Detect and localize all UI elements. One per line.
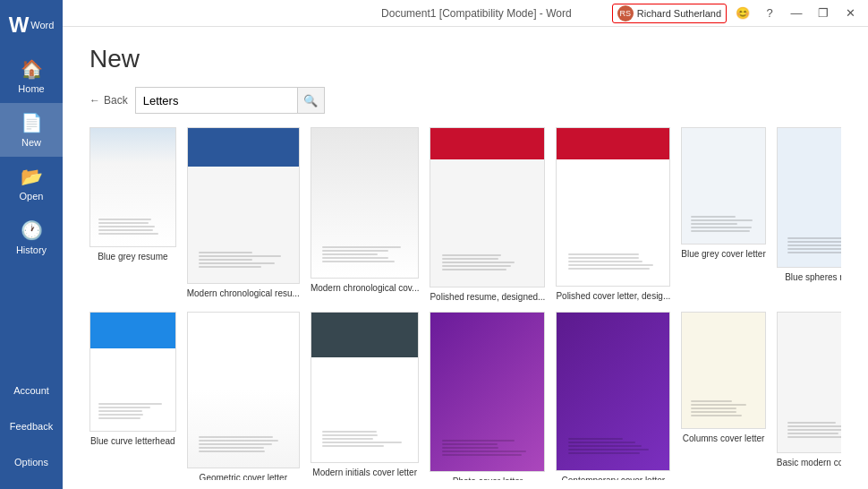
templates-area: Blue grey resumeModern chronological res… — [89, 127, 841, 480]
sidebar: W Word 🏠 Home 📄 New 📂 Open 🕐 History Acc… — [0, 0, 63, 489]
template-item[interactable]: Blue grey cover letter — [681, 127, 766, 303]
template-name-label: Modern initials cover letter — [311, 467, 420, 478]
sidebar-item-history[interactable]: 🕐 History — [0, 210, 63, 264]
template-name-label: Blue grey resume — [89, 251, 176, 262]
template-thumbnail — [556, 312, 670, 471]
close-button[interactable]: ✕ — [839, 3, 861, 24]
template-thumbnail — [187, 312, 300, 468]
app-name-label: Word — [30, 20, 54, 30]
template-name-label: Modern chronological resu... — [187, 287, 300, 299]
help-button[interactable]: ? — [759, 3, 780, 24]
template-item[interactable]: Polished resume, designed... — [430, 127, 545, 303]
sidebar-item-new[interactable]: 📄 New — [0, 103, 63, 157]
avatar: RS — [617, 5, 634, 21]
template-thumbnail — [89, 127, 176, 247]
template-thumbnail — [681, 312, 766, 429]
template-name-label: Blue spheres resume — [777, 271, 841, 283]
template-item[interactable]: Geometric cover letter — [187, 312, 300, 480]
sidebar-home-label: Home — [18, 83, 44, 94]
sidebar-item-home[interactable]: 🏠 Home — [0, 49, 63, 103]
search-input[interactable] — [136, 90, 297, 111]
template-item[interactable]: Blue grey resume — [89, 127, 176, 303]
template-item[interactable]: Modern chronological resu... — [187, 127, 300, 303]
templates-grid: Blue grey resumeModern chronological res… — [89, 127, 837, 480]
content-area: New ← Back 🔍 Blue grey resumeModern chro… — [63, 27, 868, 489]
back-label: Back — [104, 94, 128, 107]
template-name-label: Blue curve letterhead — [89, 435, 176, 447]
template-item[interactable]: Contemporary cover letter — [556, 312, 670, 480]
template-item[interactable]: Blue curve letterhead — [89, 312, 176, 480]
maximize-button[interactable]: ❐ — [813, 3, 834, 24]
sidebar-open-label: Open — [20, 191, 44, 202]
template-thumbnail — [430, 127, 545, 287]
template-item[interactable]: Blue spheres resume — [777, 127, 841, 303]
template-item[interactable]: Columns cover letter — [681, 312, 766, 480]
template-name-label: Geometric cover letter — [187, 472, 300, 480]
template-item[interactable]: Modern chronological cov... — [311, 127, 420, 303]
history-icon: 🕐 — [21, 219, 43, 241]
titlebar: Document1 [Compatibility Mode] - Word RS… — [63, 0, 868, 27]
new-icon: 📄 — [21, 112, 43, 133]
template-name-label: Contemporary cover letter — [556, 475, 670, 480]
window-title: Document1 [Compatibility Mode] - Word — [341, 7, 612, 20]
template-name-label: Polished resume, designed... — [430, 291, 545, 303]
account-label: Account — [13, 385, 49, 396]
template-thumbnail — [187, 127, 300, 284]
sidebar-bottom: Account Feedback Options — [0, 373, 63, 489]
open-icon: 📂 — [21, 166, 43, 187]
search-input-wrap: 🔍 — [135, 87, 325, 114]
back-arrow-icon: ← — [89, 94, 100, 107]
template-thumbnail — [311, 127, 420, 279]
username-label: Richard Sutherland — [637, 8, 721, 19]
template-thumbnail — [556, 127, 670, 287]
sidebar-item-open[interactable]: 📂 Open — [0, 157, 63, 210]
template-name-label: Blue grey cover letter — [681, 248, 766, 260]
sidebar-item-feedback[interactable]: Feedback — [0, 408, 63, 444]
back-button[interactable]: ← Back — [89, 94, 128, 107]
template-item[interactable]: Basic modern cover letter — [777, 312, 841, 480]
template-name-label: Modern chronological cov... — [311, 282, 420, 294]
emoji-reaction-button[interactable]: 😊 — [732, 3, 753, 24]
template-thumbnail — [89, 312, 176, 432]
home-icon: 🏠 — [21, 58, 43, 80]
template-item[interactable]: Modern initials cover letter — [311, 312, 420, 480]
template-thumbnail — [777, 127, 841, 268]
template-name-label: Photo cover letter — [430, 476, 545, 480]
minimize-button[interactable]: — — [786, 3, 807, 24]
user-badge[interactable]: RS Richard Sutherland — [612, 4, 727, 23]
template-item[interactable]: Polished cover letter, desig... — [556, 127, 670, 303]
options-label: Options — [14, 457, 48, 468]
template-thumbnail — [681, 127, 766, 244]
search-area: ← Back 🔍 — [89, 87, 841, 114]
template-thumbnail — [311, 312, 420, 463]
template-item[interactable]: Photo cover letter — [430, 312, 545, 480]
titlebar-controls: RS Richard Sutherland 😊 ? — ❐ ✕ — [612, 3, 861, 24]
search-button[interactable]: 🔍 — [297, 88, 324, 113]
sidebar-item-options[interactable]: Options — [0, 444, 63, 480]
template-thumbnail — [777, 312, 841, 452]
feedback-label: Feedback — [10, 421, 53, 432]
page-title: New — [89, 45, 841, 73]
sidebar-item-account[interactable]: Account — [0, 373, 63, 408]
sidebar-history-label: History — [16, 244, 47, 255]
app-logo: W Word — [0, 0, 63, 49]
template-name-label: Basic modern cover letter — [777, 457, 841, 468]
template-name-label: Polished cover letter, desig... — [556, 290, 670, 302]
main-content: Document1 [Compatibility Mode] - Word RS… — [63, 0, 868, 489]
sidebar-new-label: New — [21, 137, 41, 148]
template-name-label: Columns cover letter — [681, 433, 766, 444]
template-thumbnail — [430, 312, 545, 472]
